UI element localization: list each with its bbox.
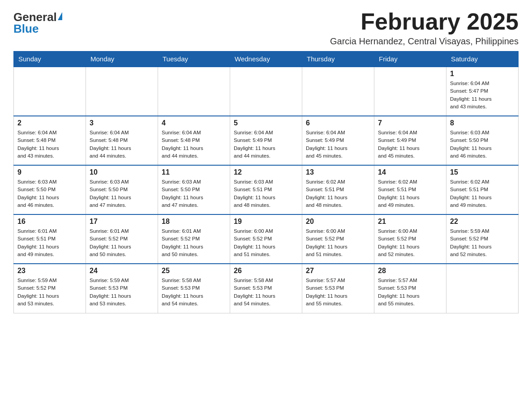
calendar-cell: 20Sunrise: 6:00 AM Sunset: 5:52 PM Dayli… [302, 214, 374, 264]
day-number: 5 [234, 119, 298, 127]
calendar-cell: 19Sunrise: 6:00 AM Sunset: 5:52 PM Dayli… [230, 214, 302, 264]
day-info: Sunrise: 6:02 AM Sunset: 5:51 PM Dayligh… [450, 178, 515, 209]
day-info: Sunrise: 6:04 AM Sunset: 5:48 PM Dayligh… [90, 129, 154, 160]
day-number: 24 [90, 267, 154, 275]
calendar-cell [230, 67, 302, 116]
day-info: Sunrise: 5:59 AM Sunset: 5:52 PM Dayligh… [17, 277, 82, 308]
calendar-week-row: 2Sunrise: 6:04 AM Sunset: 5:48 PM Daylig… [14, 116, 519, 165]
calendar-cell [302, 67, 374, 116]
day-number: 16 [17, 218, 82, 226]
calendar-cell: 15Sunrise: 6:02 AM Sunset: 5:51 PM Dayli… [446, 165, 519, 214]
calendar-cell: 4Sunrise: 6:04 AM Sunset: 5:48 PM Daylig… [158, 116, 230, 165]
logo-triangle-icon [58, 12, 62, 20]
header: General Blue February 2025 Garcia Hernan… [13, 9, 519, 47]
day-info: Sunrise: 6:04 AM Sunset: 5:49 PM Dayligh… [378, 129, 442, 160]
day-number: 7 [378, 119, 442, 127]
calendar-cell [86, 67, 158, 116]
calendar-cell: 10Sunrise: 6:03 AM Sunset: 5:50 PM Dayli… [86, 165, 158, 214]
day-number: 23 [17, 267, 82, 275]
location-title: Garcia Hernandez, Central Visayas, Phili… [330, 36, 519, 47]
day-number: 20 [306, 218, 370, 226]
day-info: Sunrise: 6:03 AM Sunset: 5:50 PM Dayligh… [450, 129, 515, 160]
calendar-cell: 24Sunrise: 5:59 AM Sunset: 5:53 PM Dayli… [86, 264, 158, 313]
calendar-cell: 6Sunrise: 6:04 AM Sunset: 5:49 PM Daylig… [302, 116, 374, 165]
day-info: Sunrise: 5:59 AM Sunset: 5:53 PM Dayligh… [90, 277, 154, 308]
day-number: 21 [378, 218, 442, 226]
logo-general-text: General [13, 11, 57, 23]
calendar-week-row: 23Sunrise: 5:59 AM Sunset: 5:52 PM Dayli… [14, 264, 519, 313]
day-info: Sunrise: 5:59 AM Sunset: 5:52 PM Dayligh… [450, 227, 515, 258]
title-area: February 2025 Garcia Hernandez, Central … [330, 9, 519, 47]
month-title: February 2025 [330, 9, 519, 34]
calendar-cell: 12Sunrise: 6:03 AM Sunset: 5:51 PM Dayli… [230, 165, 302, 214]
calendar-week-row: 9Sunrise: 6:03 AM Sunset: 5:50 PM Daylig… [14, 165, 519, 214]
calendar-cell: 5Sunrise: 6:04 AM Sunset: 5:49 PM Daylig… [230, 116, 302, 165]
day-number: 10 [90, 168, 154, 176]
calendar-cell [158, 67, 230, 116]
day-info: Sunrise: 6:04 AM Sunset: 5:47 PM Dayligh… [450, 80, 515, 111]
weekday-header-wednesday: Wednesday [230, 51, 302, 67]
weekday-header-saturday: Saturday [446, 51, 519, 67]
calendar-cell: 28Sunrise: 5:57 AM Sunset: 5:53 PM Dayli… [374, 264, 446, 313]
day-info: Sunrise: 6:01 AM Sunset: 5:51 PM Dayligh… [17, 227, 82, 258]
day-number: 2 [17, 119, 82, 127]
calendar-cell: 9Sunrise: 6:03 AM Sunset: 5:50 PM Daylig… [14, 165, 86, 214]
calendar-cell: 14Sunrise: 6:02 AM Sunset: 5:51 PM Dayli… [374, 165, 446, 214]
day-info: Sunrise: 6:02 AM Sunset: 5:51 PM Dayligh… [306, 178, 370, 209]
day-number: 11 [162, 168, 226, 176]
day-info: Sunrise: 6:00 AM Sunset: 5:52 PM Dayligh… [306, 227, 370, 258]
day-info: Sunrise: 6:03 AM Sunset: 5:50 PM Dayligh… [162, 178, 226, 209]
day-number: 3 [90, 119, 154, 127]
calendar-cell [446, 264, 519, 313]
day-info: Sunrise: 6:03 AM Sunset: 5:51 PM Dayligh… [234, 178, 298, 209]
day-info: Sunrise: 6:03 AM Sunset: 5:50 PM Dayligh… [90, 178, 154, 209]
calendar-cell: 17Sunrise: 6:01 AM Sunset: 5:52 PM Dayli… [86, 214, 158, 264]
day-number: 28 [378, 267, 442, 275]
day-info: Sunrise: 5:58 AM Sunset: 5:53 PM Dayligh… [234, 277, 298, 308]
day-info: Sunrise: 6:00 AM Sunset: 5:52 PM Dayligh… [378, 227, 442, 258]
day-info: Sunrise: 6:04 AM Sunset: 5:49 PM Dayligh… [306, 129, 370, 160]
calendar-cell: 2Sunrise: 6:04 AM Sunset: 5:48 PM Daylig… [14, 116, 86, 165]
day-number: 12 [234, 168, 298, 176]
calendar-table: SundayMondayTuesdayWednesdayThursdayFrid… [13, 51, 519, 313]
calendar-cell: 16Sunrise: 6:01 AM Sunset: 5:51 PM Dayli… [14, 214, 86, 264]
logo: General Blue [13, 9, 62, 34]
calendar-cell: 22Sunrise: 5:59 AM Sunset: 5:52 PM Dayli… [446, 214, 519, 264]
calendar-cell: 13Sunrise: 6:02 AM Sunset: 5:51 PM Dayli… [302, 165, 374, 214]
weekday-header-friday: Friday [374, 51, 446, 67]
day-info: Sunrise: 6:01 AM Sunset: 5:52 PM Dayligh… [162, 227, 226, 258]
calendar-cell [14, 67, 86, 116]
day-number: 8 [450, 119, 515, 127]
day-number: 9 [17, 168, 82, 176]
day-number: 17 [90, 218, 154, 226]
day-number: 25 [162, 267, 226, 275]
day-info: Sunrise: 6:03 AM Sunset: 5:50 PM Dayligh… [17, 178, 82, 209]
day-number: 15 [450, 168, 515, 176]
calendar-week-row: 1Sunrise: 6:04 AM Sunset: 5:47 PM Daylig… [14, 67, 519, 116]
calendar-cell: 11Sunrise: 6:03 AM Sunset: 5:50 PM Dayli… [158, 165, 230, 214]
day-info: Sunrise: 6:01 AM Sunset: 5:52 PM Dayligh… [90, 227, 154, 258]
calendar-week-row: 16Sunrise: 6:01 AM Sunset: 5:51 PM Dayli… [14, 214, 519, 264]
day-number: 18 [162, 218, 226, 226]
day-number: 14 [378, 168, 442, 176]
day-number: 4 [162, 119, 226, 127]
weekday-header-tuesday: Tuesday [158, 51, 230, 67]
day-number: 19 [234, 218, 298, 226]
day-info: Sunrise: 6:04 AM Sunset: 5:49 PM Dayligh… [234, 129, 298, 160]
calendar-cell: 25Sunrise: 5:58 AM Sunset: 5:53 PM Dayli… [158, 264, 230, 313]
calendar-cell: 8Sunrise: 6:03 AM Sunset: 5:50 PM Daylig… [446, 116, 519, 165]
day-number: 6 [306, 119, 370, 127]
day-number: 1 [450, 70, 515, 78]
day-info: Sunrise: 5:57 AM Sunset: 5:53 PM Dayligh… [378, 277, 442, 308]
day-number: 27 [306, 267, 370, 275]
day-info: Sunrise: 6:04 AM Sunset: 5:48 PM Dayligh… [162, 129, 226, 160]
calendar-cell: 26Sunrise: 5:58 AM Sunset: 5:53 PM Dayli… [230, 264, 302, 313]
calendar-cell: 21Sunrise: 6:00 AM Sunset: 5:52 PM Dayli… [374, 214, 446, 264]
day-info: Sunrise: 5:58 AM Sunset: 5:53 PM Dayligh… [162, 277, 226, 308]
logo-blue-text: Blue [13, 23, 39, 34]
day-number: 26 [234, 267, 298, 275]
day-info: Sunrise: 6:04 AM Sunset: 5:48 PM Dayligh… [17, 129, 82, 160]
calendar-cell: 23Sunrise: 5:59 AM Sunset: 5:52 PM Dayli… [14, 264, 86, 313]
weekday-header-thursday: Thursday [302, 51, 374, 67]
calendar-cell [374, 67, 446, 116]
